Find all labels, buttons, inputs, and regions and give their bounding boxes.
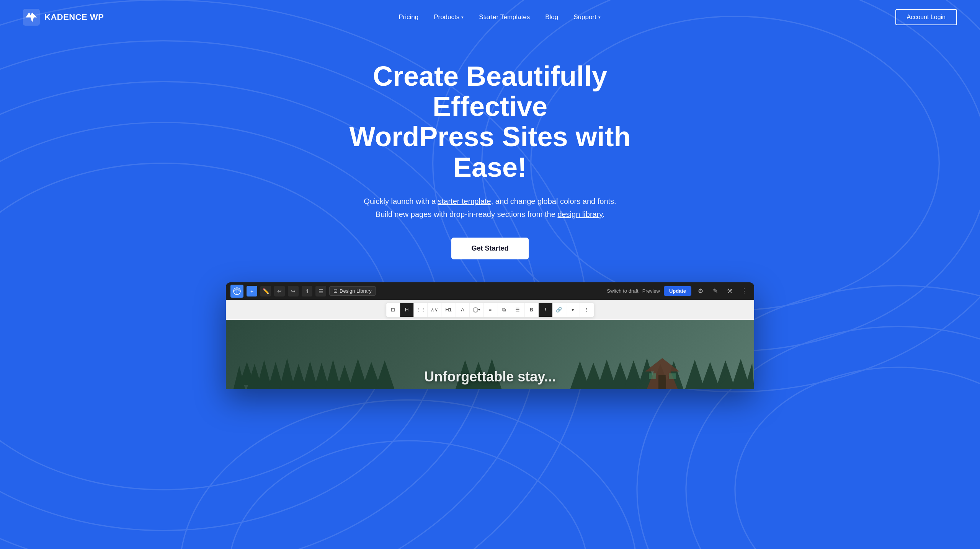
nav-support[interactable]: Support ▾: [573, 13, 601, 21]
switch-draft-button[interactable]: Switch to draft: [607, 288, 638, 294]
copy-btn[interactable]: ⧉: [497, 303, 511, 317]
logo-link[interactable]: KADENCE WP: [23, 9, 104, 26]
main-nav: Pricing Products ▾ Starter Templates Blo…: [399, 13, 601, 21]
design-library-link[interactable]: design library: [557, 210, 602, 218]
info-button[interactable]: ℹ: [302, 286, 312, 296]
products-chevron-icon: ▾: [461, 15, 464, 20]
color-btn[interactable]: ▾: [470, 303, 483, 317]
svg-marker-28: [375, 360, 394, 389]
more-options-button[interactable]: ⋮: [739, 286, 750, 296]
svg-marker-42: [716, 360, 735, 389]
get-started-button[interactable]: Get Started: [451, 238, 528, 259]
design-library-icon: ⊡: [333, 288, 338, 294]
wp-logo-button[interactable]: [230, 285, 243, 298]
wp-content-area: Unforgettable stay...: [226, 320, 754, 389]
design-library-button[interactable]: ⊡ Design Library: [329, 286, 376, 296]
list-btn[interactable]: ☰: [511, 303, 525, 317]
align-btn[interactable]: ≡: [483, 303, 497, 317]
svg-point-9: [735, 367, 980, 549]
hero-subtitle: Quickly launch with a starter template, …: [333, 195, 647, 221]
svg-rect-49: [669, 373, 676, 379]
svg-point-12: [229, 441, 588, 549]
nav-starter-templates[interactable]: Starter Templates: [479, 13, 530, 21]
wp-admin-bar: + ✏️ ↩ ↪ ℹ ☰ ⊡ Design Library Switch to …: [226, 282, 754, 300]
admin-bar-right: Switch to draft Preview Update ⚙ ✎ ⚒ ⋮: [607, 286, 750, 296]
options-btn[interactable]: ⋮: [580, 303, 594, 317]
redo-button[interactable]: ↪: [288, 286, 299, 296]
account-login-button[interactable]: Account Login: [895, 9, 957, 25]
svg-marker-41: [701, 362, 720, 389]
more-rich-text-btn[interactable]: ▾: [566, 303, 580, 317]
heading-btn[interactable]: H: [400, 303, 414, 317]
browser-mockup: + ✏️ ↩ ↪ ℹ ☰ ⊡ Design Library Switch to …: [226, 282, 754, 389]
support-chevron-icon: ▾: [598, 15, 601, 20]
drag-handle-btn[interactable]: ⋮⋮: [414, 303, 428, 317]
nav-products[interactable]: Products ▾: [434, 13, 464, 21]
pencil-icon-button[interactable]: ✏️: [260, 286, 271, 296]
wp-page-title-preview: Unforgettable stay...: [424, 369, 555, 385]
svg-rect-48: [649, 373, 656, 379]
settings-icon-button[interactable]: ⚙: [695, 286, 706, 296]
tools-icon-button[interactable]: ⚒: [724, 286, 735, 296]
select-block-btn[interactable]: ⊡: [386, 303, 400, 317]
hero-content: Create Beautifully Effective WordPress S…: [318, 61, 662, 259]
hero-title: Create Beautifully Effective WordPress S…: [333, 61, 647, 182]
block-toolbar-container: ⊡ H ⋮⋮ ∧∨ H1 A ▾ ≡ ⧉ ☰ B I 🔗 ▾ ⋮: [226, 300, 754, 320]
text-align-btn[interactable]: A: [456, 303, 470, 317]
svg-marker-40: [685, 360, 704, 389]
starter-template-link[interactable]: starter template: [438, 197, 491, 205]
add-block-button[interactable]: +: [247, 286, 257, 296]
svg-point-13: [180, 400, 637, 549]
preview-button[interactable]: Preview: [642, 288, 660, 294]
svg-rect-47: [658, 375, 666, 389]
undo-button[interactable]: ↩: [274, 286, 285, 296]
block-toolbar: ⊡ H ⋮⋮ ∧∨ H1 A ▾ ≡ ⧉ ☰ B I 🔗 ▾ ⋮: [386, 303, 594, 317]
hero-section: Create Beautifully Effective WordPress S…: [0, 0, 980, 549]
nav-pricing[interactable]: Pricing: [399, 13, 418, 21]
edit-icon-button[interactable]: ✎: [710, 286, 720, 296]
logo-text: KADENCE WP: [44, 12, 104, 22]
bold-btn[interactable]: B: [525, 303, 539, 317]
h1-label[interactable]: H1: [441, 303, 456, 317]
nav-blog[interactable]: Blog: [545, 13, 558, 21]
list-view-button[interactable]: ☰: [315, 286, 326, 296]
update-button[interactable]: Update: [664, 286, 691, 296]
italic-btn[interactable]: I: [539, 303, 552, 317]
move-btn[interactable]: ∧∨: [428, 303, 441, 317]
link-btn[interactable]: 🔗: [552, 303, 566, 317]
site-header: KADENCE WP Pricing Products ▾ Starter Te…: [0, 0, 980, 34]
logo-icon: [23, 9, 40, 26]
